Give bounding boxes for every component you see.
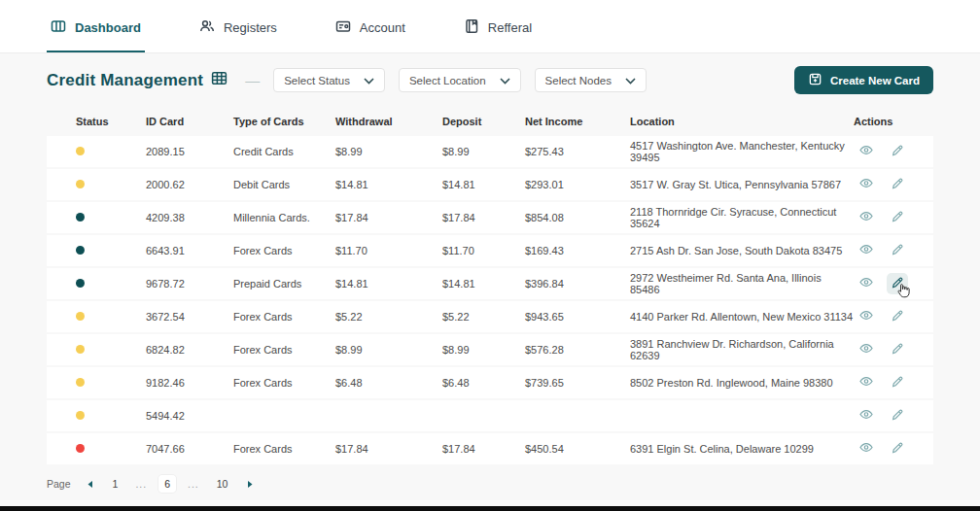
page-header: Credit Management — Select Status Select… xyxy=(0,53,980,107)
view-button[interactable] xyxy=(856,273,877,294)
net-income-cell: $169.43 xyxy=(525,245,630,256)
eye-icon xyxy=(858,375,874,391)
page-title-text: Credit Management xyxy=(47,71,203,90)
pencil-icon xyxy=(891,375,904,392)
view-button[interactable] xyxy=(856,141,877,162)
edit-button[interactable] xyxy=(887,306,908,327)
eye-icon xyxy=(858,408,874,424)
edit-button[interactable] xyxy=(887,273,908,294)
id-card-icon xyxy=(335,18,351,37)
column-header-location: Location xyxy=(630,116,854,127)
tab-account[interactable]: Account xyxy=(332,1,409,52)
pagination-ellipsis: ... xyxy=(135,478,147,490)
table-row: 9678.72 Prepaid Cards $14.81 $14.81 $396… xyxy=(47,268,933,299)
deposit-cell: $5.22 xyxy=(442,311,525,323)
edit-button[interactable] xyxy=(887,207,908,228)
view-button[interactable] xyxy=(856,240,877,261)
edit-button[interactable] xyxy=(887,339,908,360)
tab-account-label: Account xyxy=(360,20,405,35)
location-cell: 3891 Ranchview Dr. Richardson, Californi… xyxy=(630,338,854,361)
status-cell xyxy=(47,377,146,389)
chevron-down-icon xyxy=(364,75,374,86)
view-button[interactable] xyxy=(856,207,877,228)
status-dot xyxy=(76,246,85,255)
deposit-cell: $14.81 xyxy=(442,278,525,290)
view-button[interactable] xyxy=(856,372,877,393)
id-card-cell: 7047.66 xyxy=(146,443,233,455)
id-card-cell: 5494.42 xyxy=(146,410,233,422)
table-row: 9182.46 Forex Cards $6.48 $6.48 $739.65 … xyxy=(47,367,933,398)
select-location-dropdown[interactable]: Select Location xyxy=(399,68,521,92)
status-dot xyxy=(76,411,85,420)
id-card-cell: 3672.54 xyxy=(146,311,233,323)
pencil-icon xyxy=(891,342,904,358)
column-header-withdrawal: Withdrawal xyxy=(335,116,442,127)
select-location-label: Select Location xyxy=(409,75,486,86)
pencil-icon xyxy=(891,210,904,226)
chevron-down-icon xyxy=(625,75,636,86)
tab-registers[interactable]: Registers xyxy=(195,1,281,52)
location-cell: 8502 Preston Rd. Inglewood, Maine 98380 xyxy=(630,377,854,389)
prev-page-button[interactable] xyxy=(85,478,95,491)
create-new-card-label: Create New Card xyxy=(830,75,920,86)
deposit-cell: $17.84 xyxy=(442,443,525,455)
view-button[interactable] xyxy=(856,405,877,426)
actions-cell xyxy=(854,141,933,162)
table-row: 6824.82 Forex Cards $8.99 $8.99 $576.28 … xyxy=(47,334,933,365)
next-page-button[interactable] xyxy=(245,478,256,491)
title-divider: — xyxy=(245,72,260,88)
actions-cell xyxy=(854,207,933,228)
bottom-edge-bar xyxy=(0,506,980,511)
actions-cell xyxy=(854,240,933,261)
tab-refferal[interactable]: Refferal xyxy=(460,1,536,52)
deposit-cell: $8.99 xyxy=(442,146,525,157)
create-new-card-button[interactable]: Create New Card xyxy=(794,66,933,94)
table-row: 6643.91 Forex Cards $11.70 $11.70 $169.4… xyxy=(47,235,933,266)
table-grid-icon xyxy=(211,70,228,91)
eye-icon xyxy=(858,210,874,225)
page-number-6-current[interactable]: 6 xyxy=(158,475,176,493)
select-nodes-dropdown[interactable]: Select Nodes xyxy=(535,68,647,92)
withdrawal-cell: $14.81 xyxy=(335,179,442,190)
status-dot xyxy=(76,213,85,221)
select-status-dropdown[interactable]: Select Status xyxy=(273,68,385,92)
eye-icon xyxy=(858,342,874,358)
view-button[interactable] xyxy=(856,174,877,195)
pagination-ellipsis: ... xyxy=(188,478,199,490)
card-add-icon xyxy=(808,72,822,88)
view-button[interactable] xyxy=(856,438,877,460)
id-card-cell: 4209.38 xyxy=(146,212,233,223)
column-header-deposit: Deposit xyxy=(442,116,525,127)
view-button[interactable] xyxy=(856,306,877,327)
tab-dashboard[interactable]: Dashboard xyxy=(47,1,145,52)
status-cell xyxy=(47,410,146,422)
pencil-icon xyxy=(891,144,904,160)
status-dot xyxy=(76,444,85,453)
edit-button[interactable] xyxy=(887,141,908,162)
actions-cell xyxy=(854,339,933,360)
actions-cell xyxy=(854,405,933,426)
actions-cell xyxy=(854,438,933,460)
status-cell xyxy=(47,311,146,323)
view-button[interactable] xyxy=(856,339,877,360)
edit-button[interactable] xyxy=(887,174,908,195)
table-header-row: Status ID Card Type of Cards Withdrawal … xyxy=(47,107,933,136)
deposit-cell: $8.99 xyxy=(442,344,525,356)
page-number-1[interactable]: 1 xyxy=(107,475,124,493)
status-cell xyxy=(47,179,146,190)
edit-button[interactable] xyxy=(887,438,908,460)
table-row: 4209.38 Millennia Cards. $17.84 $17.84 $… xyxy=(47,202,933,233)
location-cell: 6391 Elgin St. Celina, Delaware 10299 xyxy=(630,443,854,455)
edit-button[interactable] xyxy=(887,240,908,261)
net-income-cell: $396.84 xyxy=(525,278,630,290)
page-number-10[interactable]: 10 xyxy=(211,475,234,493)
table-row: 5494.42 xyxy=(47,400,933,431)
deposit-cell: $17.84 xyxy=(442,212,525,223)
edit-button[interactable] xyxy=(887,372,908,393)
column-header-net-income: Net Income xyxy=(525,116,630,127)
pencil-icon xyxy=(891,177,904,193)
id-card-cell: 6643.91 xyxy=(146,245,233,256)
card-type-cell: Forex Cards xyxy=(233,377,335,389)
column-header-id-card: ID Card xyxy=(146,116,233,127)
edit-button[interactable] xyxy=(887,405,908,426)
